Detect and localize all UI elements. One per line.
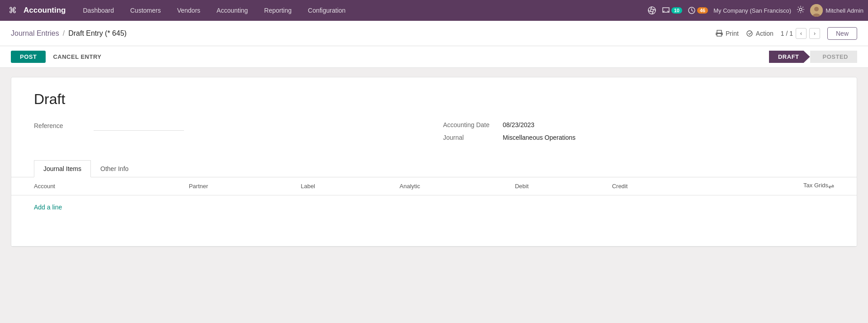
app-brand: Accounting (24, 6, 66, 15)
accounting-date-label: Accounting Date (443, 121, 497, 128)
journal-value: Miscellaneous Operations (503, 134, 576, 141)
form-card: Draft Reference Accounting Date 08/23/20… (11, 77, 857, 247)
add-line-row: Add a line (11, 195, 857, 219)
top-menu: Dashboard Customers Vendors Accounting R… (75, 0, 647, 21)
print-button[interactable]: Print (716, 30, 739, 37)
nav-reporting[interactable]: Reporting (256, 0, 300, 21)
tab-other-info[interactable]: Other Info (91, 160, 138, 177)
pager-next[interactable]: › (809, 28, 820, 39)
status-bar: DRAFT POSTED (769, 51, 857, 63)
form-title: Draft (34, 91, 834, 108)
messages-button[interactable]: 10 (662, 6, 682, 14)
svg-point-7 (799, 8, 802, 11)
user-menu[interactable]: Mitchell Admin (810, 4, 863, 17)
reference-row: Reference (34, 121, 425, 131)
activities-count: 46 (697, 7, 708, 14)
add-line-button[interactable]: Add a line (34, 199, 62, 215)
breadcrumb-current: Draft Entry (* 645) (68, 29, 127, 38)
col-tax-grids: Tax Grids ⇌ (714, 177, 857, 195)
post-button[interactable]: POST (11, 51, 46, 63)
col-account: Account (11, 177, 189, 195)
adjust-columns-icon[interactable]: ⇌ (828, 182, 834, 190)
messages-count: 10 (671, 7, 682, 14)
secondary-header: Journal Entries / Draft Entry (* 645) Pr… (0, 21, 868, 46)
accounting-date-value: 08/23/2023 (503, 121, 534, 128)
breadcrumb-journal-entries[interactable]: Journal Entries (11, 29, 59, 38)
app-grid-icon[interactable]: ⌘ (5, 2, 21, 19)
user-name: Mitchell Admin (826, 7, 863, 14)
journal-row: Journal Miscellaneous Operations (443, 134, 834, 141)
status-posted: POSTED (810, 51, 857, 63)
col-analytic: Analytic (400, 177, 515, 195)
avatar (810, 4, 823, 17)
header-actions: Print Action 1 / 1 ‹ › New (716, 27, 857, 40)
print-label: Print (726, 30, 739, 37)
tabs: Journal Items Other Info (11, 160, 857, 177)
breadcrumb-separator: / (63, 29, 65, 38)
col-label: Label (301, 177, 400, 195)
form-col-right: Accounting Date 08/23/2023 Journal Misce… (443, 121, 834, 147)
journal-items-section: Account Partner Label Analytic Debit Cre… (34, 177, 834, 247)
nav-accounting[interactable]: Accounting (208, 0, 256, 21)
cancel-entry-button[interactable]: CANCEL ENTRY (46, 51, 108, 63)
form-fields: Reference Accounting Date 08/23/2023 Jou… (34, 121, 834, 147)
nav-vendors[interactable]: Vendors (169, 0, 208, 21)
action-button[interactable]: Action (746, 30, 774, 37)
nav-dashboard[interactable]: Dashboard (75, 0, 123, 21)
svg-point-0 (648, 7, 656, 14)
reference-input[interactable] (94, 121, 184, 131)
action-label: Action (756, 30, 774, 37)
company-name[interactable]: My Company (San Francisco) (713, 7, 791, 14)
action-bar: POST CANCEL ENTRY DRAFT POSTED (0, 46, 868, 68)
svg-point-13 (721, 33, 722, 34)
main-content: Draft Reference Accounting Date 08/23/20… (0, 68, 868, 256)
settings-icon[interactable] (797, 5, 805, 15)
col-credit: Credit (612, 177, 714, 195)
pager: 1 / 1 ‹ › (781, 28, 820, 39)
new-button[interactable]: New (827, 27, 857, 40)
add-line-cell: Add a line (11, 195, 857, 219)
svg-point-1 (651, 9, 653, 12)
nav-customers[interactable]: Customers (122, 0, 169, 21)
breadcrumb: Journal Entries / Draft Entry (* 645) (11, 29, 710, 38)
col-partner: Partner (189, 177, 301, 195)
status-draft: DRAFT (769, 51, 810, 63)
pager-text: 1 / 1 (781, 30, 793, 37)
form-col-left: Reference (34, 121, 425, 147)
svg-point-14 (747, 31, 752, 36)
col-debit: Debit (515, 177, 612, 195)
journal-label: Journal (443, 134, 497, 141)
top-navigation: ⌘ Accounting Dashboard Customers Vendors… (0, 0, 868, 21)
support-icon[interactable] (647, 6, 656, 15)
journal-table: Account Partner Label Analytic Debit Cre… (11, 177, 857, 247)
svg-point-9 (814, 7, 819, 11)
reference-label: Reference (34, 122, 88, 129)
activities-button[interactable]: 46 (688, 6, 708, 14)
accounting-date-row: Accounting Date 08/23/2023 (443, 121, 834, 128)
pager-prev[interactable]: ‹ (796, 28, 807, 39)
tab-journal-items[interactable]: Journal Items (34, 160, 91, 177)
nav-configuration[interactable]: Configuration (300, 0, 354, 21)
empty-row-1 (11, 219, 857, 246)
top-right-actions: 10 46 My Company (San Francisco) (647, 4, 863, 17)
